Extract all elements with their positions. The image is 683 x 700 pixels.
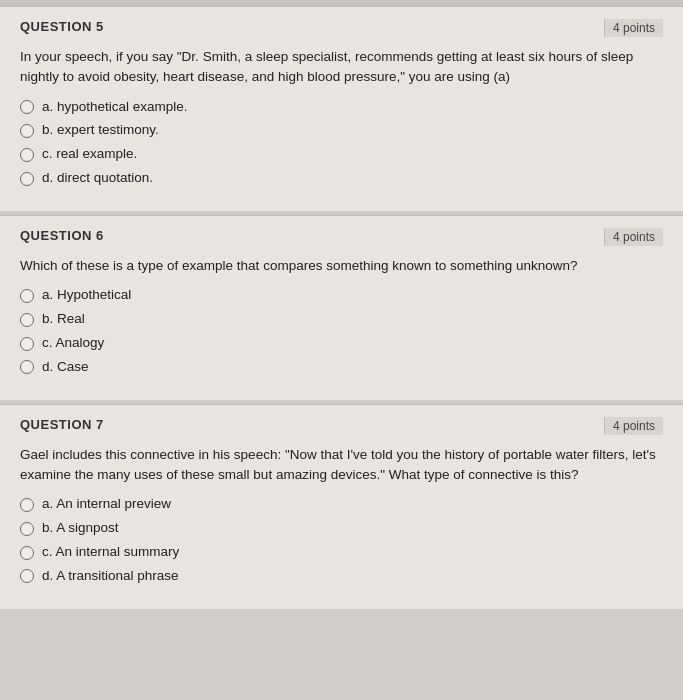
question-7-header: QUESTION 7 4 points — [20, 417, 663, 435]
radio-7b[interactable] — [20, 522, 34, 536]
question-7-block: QUESTION 7 4 points Gael includes this c… — [0, 404, 683, 609]
radio-7d[interactable] — [20, 569, 34, 583]
option-6a[interactable]: a. Hypothetical — [20, 286, 663, 305]
question-5-text: In your speech, if you say "Dr. Smith, a… — [20, 47, 663, 88]
option-7a-text: a. An internal preview — [42, 495, 171, 514]
question-7-label: QUESTION 7 — [20, 417, 104, 432]
radio-6d[interactable] — [20, 360, 34, 374]
option-7b[interactable]: b. A signpost — [20, 519, 663, 538]
option-5a[interactable]: a. hypothetical example. — [20, 98, 663, 117]
question-6-block: QUESTION 6 4 points Which of these is a … — [0, 215, 683, 400]
option-6b-text: b. Real — [42, 310, 85, 329]
option-6c[interactable]: c. Analogy — [20, 334, 663, 353]
option-5d-text: d. direct quotation. — [42, 169, 153, 188]
radio-5d[interactable] — [20, 172, 34, 186]
radio-5c[interactable] — [20, 148, 34, 162]
option-7d[interactable]: d. A transitional phrase — [20, 567, 663, 586]
option-7a[interactable]: a. An internal preview — [20, 495, 663, 514]
option-5b[interactable]: b. expert testimony. — [20, 121, 663, 140]
option-5c[interactable]: c. real example. — [20, 145, 663, 164]
option-6b[interactable]: b. Real — [20, 310, 663, 329]
option-7c[interactable]: c. An internal summary — [20, 543, 663, 562]
question-6-points: 4 points — [604, 228, 663, 246]
option-5d[interactable]: d. direct quotation. — [20, 169, 663, 188]
question-5-options: a. hypothetical example. b. expert testi… — [20, 98, 663, 189]
option-6c-text: c. Analogy — [42, 334, 104, 353]
option-5c-text: c. real example. — [42, 145, 137, 164]
radio-6b[interactable] — [20, 313, 34, 327]
option-7c-text: c. An internal summary — [42, 543, 179, 562]
option-6a-text: a. Hypothetical — [42, 286, 131, 305]
question-6-label: QUESTION 6 — [20, 228, 104, 243]
option-6d-text: d. Case — [42, 358, 89, 377]
option-5b-text: b. expert testimony. — [42, 121, 159, 140]
radio-5b[interactable] — [20, 124, 34, 138]
radio-6a[interactable] — [20, 289, 34, 303]
radio-7c[interactable] — [20, 546, 34, 560]
question-7-options: a. An internal preview b. A signpost c. … — [20, 495, 663, 586]
radio-6c[interactable] — [20, 337, 34, 351]
question-5-header: QUESTION 5 4 points — [20, 19, 663, 37]
question-6-text: Which of these is a type of example that… — [20, 256, 663, 276]
option-7d-text: d. A transitional phrase — [42, 567, 179, 586]
question-7-text: Gael includes this connective in his spe… — [20, 445, 663, 486]
option-6d[interactable]: d. Case — [20, 358, 663, 377]
option-5a-text: a. hypothetical example. — [42, 98, 188, 117]
question-5-block: QUESTION 5 4 points In your speech, if y… — [0, 6, 683, 211]
question-6-header: QUESTION 6 4 points — [20, 228, 663, 246]
question-7-points: 4 points — [604, 417, 663, 435]
question-6-options: a. Hypothetical b. Real c. Analogy d. Ca… — [20, 286, 663, 377]
radio-5a[interactable] — [20, 100, 34, 114]
question-5-points: 4 points — [604, 19, 663, 37]
option-7b-text: b. A signpost — [42, 519, 119, 538]
radio-7a[interactable] — [20, 498, 34, 512]
question-5-label: QUESTION 5 — [20, 19, 104, 34]
page-container: QUESTION 5 4 points In your speech, if y… — [0, 0, 683, 609]
